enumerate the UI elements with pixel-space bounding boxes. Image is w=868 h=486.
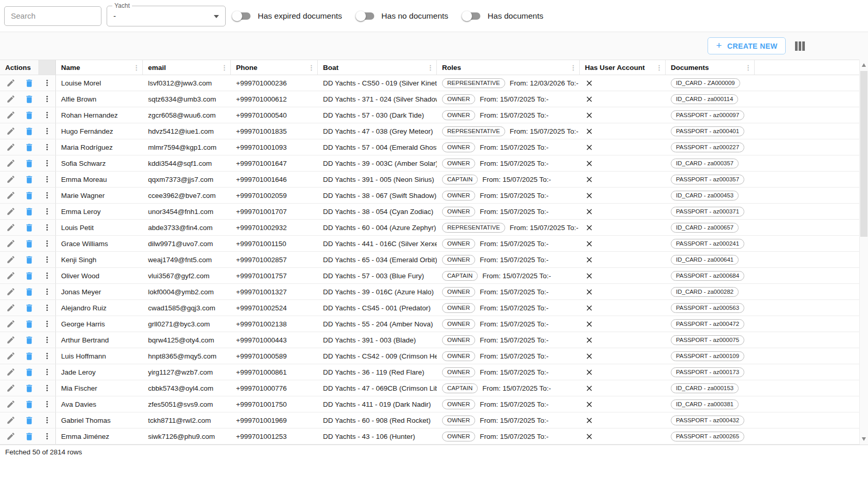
edit-icon[interactable]: [6, 93, 16, 105]
edit-icon[interactable]: [6, 318, 16, 330]
row-menu-icon[interactable]: [42, 141, 52, 153]
delete-icon[interactable]: [24, 254, 34, 265]
edit-icon[interactable]: [6, 270, 16, 281]
column-menu-icon[interactable]: ⋮: [221, 64, 228, 72]
edit-icon[interactable]: [6, 334, 16, 346]
delete-icon[interactable]: [24, 190, 34, 201]
edit-icon[interactable]: [6, 77, 16, 89]
edit-icon[interactable]: [6, 109, 16, 121]
row-menu-icon[interactable]: [42, 431, 52, 442]
column-menu-icon[interactable]: ⋮: [38, 64, 45, 72]
edit-icon[interactable]: [6, 125, 16, 137]
edit-icon[interactable]: [6, 158, 16, 169]
row-menu-icon[interactable]: [42, 398, 52, 410]
delete-icon[interactable]: [24, 174, 34, 185]
column-menu-icon[interactable]: ⋮: [427, 64, 434, 72]
delete-icon[interactable]: [24, 125, 34, 137]
delete-icon[interactable]: [24, 366, 34, 378]
row-menu-icon[interactable]: [42, 222, 52, 233]
row-menu-icon[interactable]: [42, 206, 52, 217]
edit-icon[interactable]: [6, 238, 16, 249]
row-menu-icon[interactable]: [42, 366, 52, 378]
scroll-up-icon[interactable]: [862, 63, 866, 67]
toggle-has-documents[interactable]: Has documents: [463, 11, 543, 21]
delete-icon[interactable]: [24, 431, 34, 442]
edit-icon[interactable]: [6, 254, 16, 265]
delete-icon[interactable]: [24, 222, 34, 233]
view-columns-icon[interactable]: [795, 41, 805, 51]
delete-icon[interactable]: [24, 286, 34, 297]
edit-icon[interactable]: [6, 222, 16, 233]
cell-boat: DD Yachts - CS50 - 019 (Silver Kinetic): [318, 75, 437, 91]
delete-icon[interactable]: [24, 93, 34, 105]
cell-email: lsvf0312@jww3.com: [143, 75, 231, 91]
toggle-has-no-documents[interactable]: Has no documents: [357, 11, 448, 21]
column-header-has-user-account[interactable]: Has User Account ⋮: [580, 60, 666, 75]
row-menu-icon[interactable]: [42, 350, 52, 362]
edit-icon[interactable]: [6, 206, 16, 217]
column-header-actions[interactable]: Actions ⋮: [0, 60, 56, 75]
column-header-email[interactable]: email ⋮: [143, 60, 231, 75]
edit-icon[interactable]: [6, 141, 16, 153]
edit-icon[interactable]: [6, 414, 16, 426]
edit-icon[interactable]: [6, 286, 16, 297]
delete-icon[interactable]: [24, 270, 34, 281]
delete-icon[interactable]: [24, 334, 34, 346]
row-menu-icon[interactable]: [42, 318, 52, 330]
search-input[interactable]: [4, 6, 101, 26]
edit-icon[interactable]: [6, 350, 16, 362]
edit-icon[interactable]: [6, 190, 16, 201]
column-header-name[interactable]: Name ⋮: [56, 60, 143, 75]
row-menu-icon[interactable]: [42, 270, 52, 281]
delete-icon[interactable]: [24, 206, 34, 217]
column-menu-icon[interactable]: ⋮: [570, 64, 577, 72]
row-menu-icon[interactable]: [42, 334, 52, 346]
delete-icon[interactable]: [24, 141, 34, 153]
row-menu-icon[interactable]: [42, 77, 52, 89]
delete-icon[interactable]: [24, 238, 34, 249]
edit-icon[interactable]: [6, 398, 16, 410]
column-menu-icon[interactable]: ⋮: [656, 64, 663, 72]
row-menu-icon[interactable]: [42, 302, 52, 313]
edit-icon[interactable]: [6, 382, 16, 394]
delete-icon[interactable]: [24, 302, 34, 313]
column-menu-icon[interactable]: ⋮: [133, 64, 140, 72]
row-menu-icon[interactable]: [42, 414, 52, 426]
delete-icon[interactable]: [24, 382, 34, 394]
column-header-documents[interactable]: Documents ⋮: [666, 60, 755, 75]
cell-boat: DD Yachts - 441 - 016C (Silver Xerxes): [318, 236, 437, 251]
row-menu-icon[interactable]: [42, 174, 52, 185]
delete-icon[interactable]: [24, 398, 34, 410]
edit-icon[interactable]: [6, 302, 16, 313]
row-menu-icon[interactable]: [42, 238, 52, 249]
delete-icon[interactable]: [24, 350, 34, 362]
toggle-has-expired-documents[interactable]: Has expired documents: [233, 11, 342, 21]
row-menu-icon[interactable]: [42, 254, 52, 265]
scroll-down-icon[interactable]: [862, 437, 866, 441]
delete-icon[interactable]: [24, 158, 34, 169]
column-header-roles[interactable]: Roles ⋮: [437, 60, 580, 75]
create-new-button[interactable]: + CREATE NEW: [708, 37, 786, 54]
vertical-scrollbar[interactable]: [859, 60, 868, 445]
edit-icon[interactable]: [6, 366, 16, 378]
document-chip: PASSPORT - az000241: [671, 239, 744, 249]
row-menu-icon[interactable]: [42, 286, 52, 297]
row-menu-icon[interactable]: [42, 125, 52, 137]
scrollbar-thumb[interactable]: [860, 71, 867, 237]
delete-icon[interactable]: [24, 109, 34, 121]
row-menu-icon[interactable]: [42, 109, 52, 121]
column-header-phone[interactable]: Phone ⋮: [231, 60, 318, 75]
delete-icon[interactable]: [24, 77, 34, 89]
delete-icon[interactable]: [24, 318, 34, 330]
edit-icon[interactable]: [6, 174, 16, 185]
column-menu-icon[interactable]: ⋮: [308, 64, 315, 72]
edit-icon[interactable]: [6, 431, 16, 442]
row-menu-icon[interactable]: [42, 93, 52, 105]
delete-icon[interactable]: [24, 414, 34, 426]
column-header-boat[interactable]: Boat ⋮: [318, 60, 437, 75]
row-menu-icon[interactable]: [42, 158, 52, 169]
row-menu-icon[interactable]: [42, 190, 52, 201]
yacht-select[interactable]: Yacht -: [107, 6, 226, 26]
column-menu-icon[interactable]: ⋮: [745, 64, 752, 72]
row-menu-icon[interactable]: [42, 382, 52, 394]
